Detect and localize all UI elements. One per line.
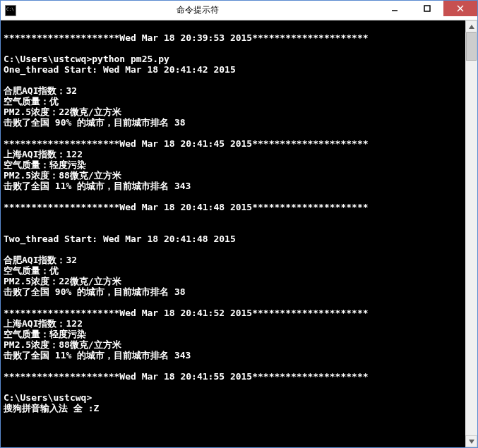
terminal-line: PM2.5浓度：88微克/立方米 [4, 339, 462, 350]
vertical-scrollbar[interactable] [465, 20, 477, 447]
minimize-icon [391, 5, 398, 12]
svg-marker-4 [469, 25, 474, 29]
terminal-line: 击败了全国 11% 的城市，目前城市排名 343 [4, 181, 462, 191]
terminal-line [4, 43, 462, 54]
close-button[interactable] [443, 1, 477, 16]
scroll-up-button[interactable] [465, 20, 477, 32]
terminal-area: *********************Wed Mar 18 20:39:53… [1, 20, 477, 447]
window-controls [378, 1, 477, 20]
terminal-line: 空气质量：优 [4, 96, 462, 107]
terminal-line: *********************Wed Mar 18 20:41:55… [4, 371, 462, 382]
titlebar[interactable]: 命令提示符 [1, 1, 477, 20]
minimize-button[interactable] [378, 1, 411, 16]
terminal-line: C:\Users\ustcwq> [4, 392, 462, 403]
window-title: 命令提示符 [16, 4, 378, 16]
terminal-output[interactable]: *********************Wed Mar 18 20:39:53… [1, 20, 465, 447]
terminal-line: PM2.5浓度：22微克/立方米 [4, 276, 462, 286]
terminal-line: 击败了全国 11% 的城市，目前城市排名 343 [4, 350, 462, 361]
terminal-line: PM2.5浓度：88微克/立方米 [4, 170, 462, 181]
terminal-line [4, 244, 462, 255]
scrollbar-thumb[interactable] [466, 32, 477, 61]
terminal-line: 击败了全国 90% 的城市，目前城市排名 38 [4, 117, 462, 128]
terminal-line [4, 75, 462, 85]
terminal-line: 上海AQI指数：122 [4, 318, 462, 329]
svg-rect-1 [424, 6, 430, 11]
svg-marker-5 [469, 440, 474, 444]
maximize-button[interactable] [411, 1, 443, 16]
terminal-line [4, 297, 462, 308]
terminal-line [4, 22, 462, 32]
terminal-line: 空气质量：优 [4, 265, 462, 276]
terminal-line: 合肥AQI指数：32 [4, 255, 462, 265]
terminal-line: C:\Users\ustcwq>python pm25.py [4, 54, 462, 64]
terminal-line [4, 223, 462, 234]
terminal-line: *********************Wed Mar 18 20:41:52… [4, 308, 462, 318]
terminal-line: One_thread Start: Wed Mar 18 20:41:42 20… [4, 64, 462, 75]
terminal-line: *********************Wed Mar 18 20:41:48… [4, 202, 462, 212]
scrollbar-track[interactable] [465, 32, 477, 435]
terminal-line: 击败了全国 90% 的城市，目前城市排名 38 [4, 286, 462, 297]
terminal-line [4, 212, 462, 223]
chevron-up-icon [469, 25, 474, 29]
terminal-line: 搜狗拼音输入法 全 :Z [4, 403, 462, 413]
terminal-line [4, 361, 462, 371]
maximize-icon [424, 5, 431, 12]
terminal-line [4, 191, 462, 202]
command-prompt-window: 命令提示符 *********************Wed Mar 18 20… [0, 0, 478, 448]
chevron-down-icon [469, 440, 474, 444]
terminal-line [4, 382, 462, 392]
terminal-line: 上海AQI指数：122 [4, 149, 462, 159]
terminal-line: *********************Wed Mar 18 20:41:45… [4, 138, 462, 149]
terminal-line: 空气质量：轻度污染 [4, 329, 462, 339]
terminal-line: 空气质量：轻度污染 [4, 159, 462, 170]
terminal-line [4, 128, 462, 138]
terminal-line: *********************Wed Mar 18 20:39:53… [4, 32, 462, 43]
scroll-down-button[interactable] [465, 435, 477, 447]
terminal-line: Two_thread Start: Wed Mar 18 20:41:48 20… [4, 234, 462, 244]
close-icon [457, 5, 464, 12]
terminal-line: PM2.5浓度：22微克/立方米 [4, 107, 462, 117]
cmd-icon [5, 5, 16, 16]
terminal-line: 合肥AQI指数：32 [4, 85, 462, 96]
